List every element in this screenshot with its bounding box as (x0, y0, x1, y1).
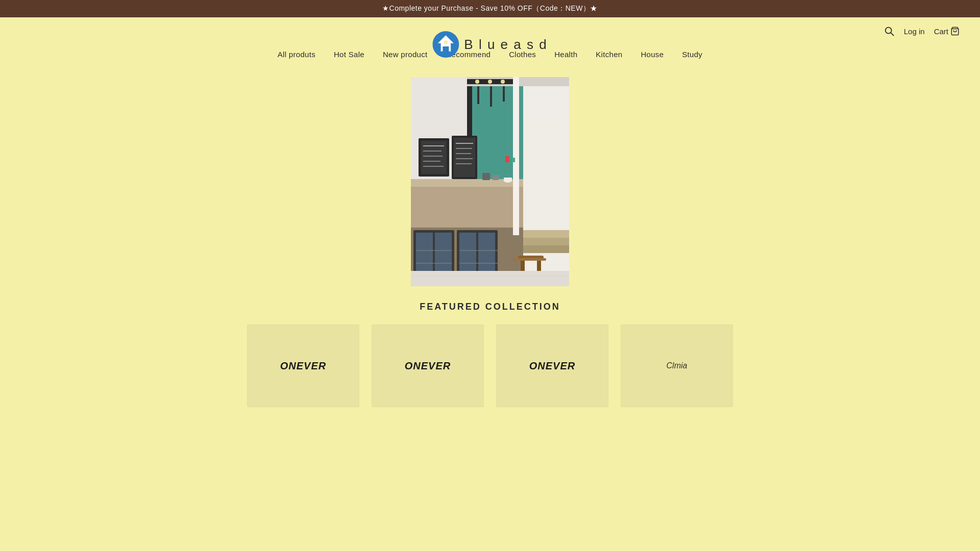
product-card[interactable]: ONEVER (247, 324, 359, 407)
brand-label: ONEVER (529, 360, 575, 372)
svg-point-15 (501, 80, 505, 84)
svg-point-4 (885, 28, 891, 34)
brand-label: Clmia (667, 361, 688, 370)
svg-point-3 (444, 40, 448, 44)
nav-item-new-product[interactable]: New product (383, 50, 428, 59)
svg-rect-46 (523, 118, 569, 286)
logo-link[interactable]: B l u e a s d (432, 31, 547, 58)
product-card[interactable]: ONEVER (372, 324, 484, 407)
nav-item-study[interactable]: Study (682, 50, 702, 59)
svg-rect-62 (512, 158, 515, 162)
svg-rect-48 (523, 238, 569, 245)
svg-rect-17 (411, 179, 538, 187)
svg-rect-64 (490, 86, 492, 107)
login-button[interactable]: Log in (904, 27, 925, 36)
product-card-image: ONEVER (372, 325, 483, 407)
svg-rect-54 (482, 173, 490, 180)
search-button[interactable] (884, 26, 895, 37)
main-content: FEATURED COLLECTION ONEVER ONEVER ONEVER (0, 67, 980, 438)
svg-rect-49 (523, 245, 569, 253)
svg-rect-63 (477, 86, 479, 104)
header-right: Log in Cart (647, 26, 960, 37)
hero-image (411, 77, 569, 286)
nav-item-hot-sale[interactable]: Hot Sale (334, 50, 364, 59)
svg-rect-18 (411, 187, 523, 228)
login-label: Log in (904, 27, 925, 36)
svg-line-5 (891, 33, 894, 36)
nav-item-house[interactable]: House (641, 50, 664, 59)
svg-point-13 (475, 80, 479, 84)
product-card[interactable]: Clmia (621, 324, 733, 407)
product-card[interactable]: ONEVER (496, 324, 608, 407)
nav-item-health[interactable]: Health (554, 50, 577, 59)
cart-label: Cart (934, 27, 948, 36)
svg-rect-57 (504, 178, 512, 182)
svg-rect-58 (411, 271, 569, 286)
nav-item-all-produts[interactable]: All produts (278, 50, 315, 59)
product-card-image: ONEVER (497, 325, 608, 407)
cart-button[interactable]: Cart (934, 27, 960, 36)
logo-text: B l u e a s d (464, 37, 547, 53)
product-card-image: Clmia (621, 325, 732, 407)
svg-rect-65 (503, 86, 505, 102)
svg-rect-47 (523, 230, 569, 238)
brand-label: ONEVER (280, 360, 326, 372)
announcement-text: ★Complete your Purchase - Save 10% OFF（C… (382, 4, 598, 12)
cart-icon (950, 27, 960, 36)
featured-title: FEATURED COLLECTION (420, 302, 560, 312)
nav-item-kitchen[interactable]: Kitchen (596, 50, 622, 59)
svg-rect-55 (493, 175, 499, 180)
logo-icon (432, 31, 459, 58)
header: B l u e a s d Log in Cart (0, 17, 980, 45)
product-card-image: ONEVER (248, 325, 359, 407)
brand-label: ONEVER (405, 360, 451, 372)
hero-image-container (411, 77, 569, 286)
announcement-bar: ★Complete your Purchase - Save 10% OFF（C… (0, 0, 980, 17)
svg-point-14 (488, 80, 492, 84)
svg-rect-60 (513, 77, 519, 235)
svg-rect-61 (505, 156, 509, 162)
svg-rect-53 (513, 258, 546, 261)
product-grid: ONEVER ONEVER ONEVER Clmia (0, 324, 980, 407)
svg-rect-2 (443, 46, 449, 52)
featured-section: FEATURED COLLECTION ONEVER ONEVER ONEVER (0, 286, 980, 417)
search-icon (884, 26, 895, 37)
